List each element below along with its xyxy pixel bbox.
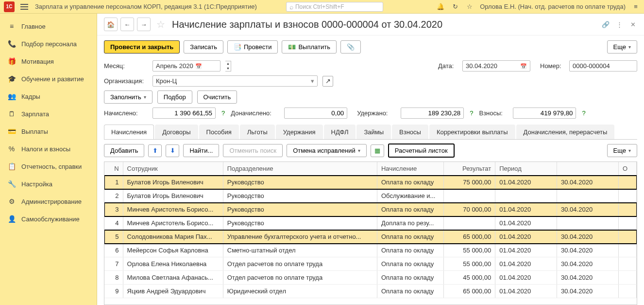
star-icon[interactable]: ☆	[465, 2, 474, 11]
sidebar-item[interactable]: 📞Подбор персонала	[0, 35, 97, 53]
col-accrual[interactable]: Начисление	[377, 162, 443, 176]
tab[interactable]: Льготы	[240, 125, 275, 139]
table-row[interactable]: 2Булатов Игорь ВиленовичРуководствоОбслу…	[104, 189, 637, 203]
tab[interactable]: Договоры	[155, 125, 198, 139]
hamburger-icon[interactable]	[18, 1, 30, 13]
sidebar-item[interactable]: 💳Выплаты	[0, 123, 97, 140]
tab[interactable]: Удержания	[276, 125, 323, 139]
sidebar-item[interactable]: 🔧Настройка	[0, 175, 97, 193]
sidebar-item[interactable]: 📋Отчетность, справки	[0, 158, 97, 175]
move-down-button[interactable]: ⬇	[166, 144, 179, 157]
accruals-table: N Сотрудник Подразделение Начисление Рез…	[104, 161, 637, 305]
favorite-star-icon[interactable]: ☆	[156, 18, 165, 30]
date-label: Дата:	[438, 62, 458, 70]
date-input[interactable]: 30.04.2020	[462, 60, 530, 72]
section-icon: 👥	[7, 91, 17, 101]
section-icon: ≡	[7, 21, 17, 31]
clear-button[interactable]: Очистить	[197, 90, 237, 104]
col-result[interactable]: Результат	[444, 162, 495, 176]
col-period[interactable]: Период	[495, 162, 557, 176]
doc-header: 🏠 ← → ☆ Начисление зарплаты и взносов 00…	[97, 14, 644, 36]
table-row[interactable]: 5Солодовникова Мария Пах...Управление бу…	[104, 230, 637, 244]
number-label: Номер:	[540, 62, 564, 70]
tab[interactable]: НДФЛ	[324, 125, 356, 139]
more-button[interactable]: Еще	[607, 40, 637, 54]
section-icon: 🗒	[7, 109, 17, 119]
help-icon[interactable]: ?	[221, 109, 225, 117]
attach-button[interactable]: 📎	[340, 40, 361, 54]
sidebar-item[interactable]: 👤Самообслуживание	[0, 210, 97, 228]
post-button[interactable]: 📑Провести	[227, 40, 278, 54]
tab[interactable]: Начисления	[104, 125, 154, 139]
col-employee[interactable]: Сотрудник	[123, 162, 223, 176]
table-row[interactable]: 6Мейерсон Софья КарловнаСметно-штатный о…	[104, 244, 637, 257]
section-icon: %	[7, 144, 17, 154]
table-row[interactable]: 9Яцкив Андрей ЭдуардовичЮридический отде…	[104, 285, 637, 298]
tab[interactable]: Займы	[356, 125, 391, 139]
org-input[interactable]: Крон-Ц▾	[153, 75, 318, 87]
history-icon[interactable]: ↻	[451, 2, 459, 11]
sidebar-item[interactable]: ≡Главное	[0, 18, 97, 35]
pay-button[interactable]: 💵Выплатить	[282, 40, 337, 54]
month-spinner[interactable]: ▲▼	[225, 61, 231, 72]
paperclip-icon: 📎	[347, 43, 355, 51]
add-button[interactable]: Добавить	[104, 144, 144, 157]
sidebar-item[interactable]: ⚙Администрирование	[0, 193, 97, 210]
month-input[interactable]: Апрель 2020	[153, 60, 220, 72]
section-icon: 🔧	[7, 179, 17, 189]
kebab-icon[interactable]: ⋮	[615, 20, 624, 29]
tabs: НачисленияДоговорыПособияЛьготыУдержания…	[104, 125, 637, 140]
col-period-end[interactable]	[557, 162, 619, 176]
fill-button[interactable]: Заполнить	[104, 90, 153, 104]
payslip-button[interactable]: Расчетный листок	[388, 144, 455, 158]
table-row[interactable]: 4Минчев Аристотель Борисо...РуководствоД…	[104, 216, 637, 230]
extra-input[interactable]	[284, 108, 347, 119]
table-row[interactable]: 8Милова Светлана Афанась...Отдел расчето…	[104, 271, 637, 285]
tab[interactable]: Взносы	[392, 125, 428, 139]
columns-button[interactable]: ▦	[371, 144, 384, 157]
sidebar-item-label: Выплаты	[21, 128, 48, 135]
table-row[interactable]: 7Орлова Елена НиколаевнаОтдел расчетов п…	[104, 257, 637, 271]
write-button[interactable]: Записать	[184, 40, 223, 54]
col-department[interactable]: Подразделение	[223, 162, 377, 176]
tab-more-button[interactable]: Еще	[607, 144, 637, 157]
table-row[interactable]: 3Минчев Аристотель Борисо...РуководствоО…	[104, 203, 637, 216]
help-icon[interactable]: ?	[470, 109, 473, 117]
search-input[interactable]: Поиск Ctrl+Shift+F	[286, 2, 383, 12]
cancel-fix-button[interactable]: Отмена исправлений	[287, 144, 367, 157]
table-row[interactable]: 1Булатов Игорь ВиленовичРуководствоОплат…	[104, 176, 637, 189]
calendar-icon[interactable]	[518, 62, 527, 70]
settings-bars-icon[interactable]: ≡	[631, 2, 640, 11]
doc-title: Начисление зарплаты и взносов 0000-00000…	[172, 19, 442, 30]
section-icon: 📋	[7, 161, 17, 171]
bell-icon[interactable]: 🔔	[436, 2, 445, 11]
help-icon[interactable]: ?	[582, 109, 585, 117]
col-o[interactable]: О	[618, 162, 636, 176]
sidebar-item[interactable]: 👥Кадры	[0, 88, 97, 105]
sidebar-item[interactable]: 🎓Обучение и развитие	[0, 70, 97, 88]
contrib-input[interactable]	[513, 108, 576, 119]
home-button[interactable]: 🏠	[104, 18, 118, 31]
section-icon: ⚙	[7, 197, 17, 206]
sidebar-item[interactable]: 🎁Мотивация	[0, 53, 97, 70]
close-icon[interactable]: ✕	[628, 20, 637, 29]
sidebar-item[interactable]: %Налоги и взносы	[0, 140, 97, 158]
tab[interactable]: Пособия	[199, 125, 239, 139]
tab[interactable]: Корректировки выплаты	[429, 125, 515, 139]
tab[interactable]: Доначисления, перерасчеты	[516, 125, 615, 139]
calendar-icon[interactable]	[193, 62, 202, 70]
find-button[interactable]: Найти...	[183, 144, 219, 157]
move-up-button[interactable]: ⬆	[148, 144, 162, 157]
post-and-close-button[interactable]: Провести и закрыть	[104, 40, 180, 54]
back-button[interactable]: ←	[120, 18, 134, 31]
number-input[interactable]: 0000-000004	[569, 60, 637, 72]
pick-button[interactable]: Подбор	[157, 90, 192, 104]
withheld-input[interactable]	[401, 108, 464, 119]
sidebar-item-label: Кадры	[21, 93, 40, 100]
sidebar-item[interactable]: 🗒Зарплата	[0, 105, 97, 123]
org-open-button[interactable]: ↗	[322, 76, 333, 87]
link-icon[interactable]: 🔗	[601, 20, 610, 29]
forward-button[interactable]: →	[137, 18, 151, 31]
accrued-input[interactable]	[153, 108, 216, 119]
col-n[interactable]: N	[104, 162, 123, 176]
